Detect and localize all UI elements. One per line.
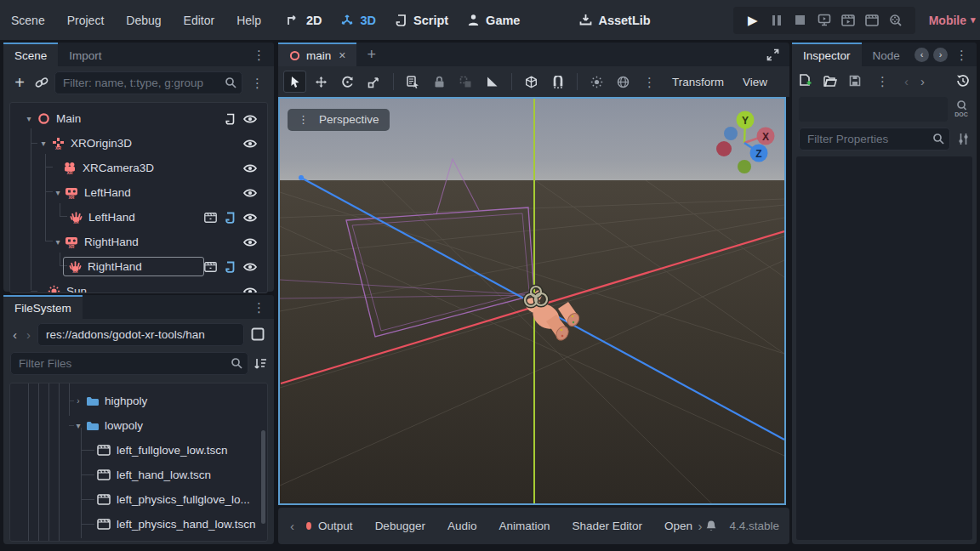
nav-forward-button[interactable]: › [24,327,33,342]
save-icon[interactable] [849,75,861,87]
nav-back-button[interactable]: ‹ [10,327,20,342]
tree-row-righthand-model[interactable]: XR RightHand [10,254,267,279]
expand-viewport-icon[interactable] [766,48,779,61]
tree-row-righthand-controller[interactable]: ▾ XR RightHand [10,230,267,254]
visibility-eye-icon[interactable] [243,237,257,247]
history-forward-icon[interactable]: › [920,74,925,88]
pause-button[interactable] [769,15,784,26]
panel-output[interactable]: Output [311,520,364,532]
visibility-eye-icon[interactable] [243,114,257,124]
tool-list-select-button[interactable] [402,71,424,93]
notifications-bell-icon[interactable] [705,520,717,532]
tree-row-sun[interactable]: Sun [10,279,267,293]
file-tree[interactable]: › highpoly ▾ lowpoly left_fullglove_low.… [9,383,268,542]
scene-tree[interactable]: ▾ Main ▾ [9,102,268,293]
visibility-eye-icon[interactable] [243,287,257,294]
tree-row-lefthand-controller[interactable]: ▾ XR LeftHand [10,180,267,205]
menu-debug[interactable]: Debug [115,14,172,27]
panels-scroll-left-icon[interactable]: ‹ [287,519,298,533]
3d-viewport[interactable]: Y X Z ⋮ Perspective [278,97,786,505]
lock-selected-button[interactable] [428,71,451,93]
tree-row-main[interactable]: ▾ Main [10,106,267,131]
property-tune-icon[interactable] [957,133,970,145]
filter-files-input[interactable] [10,352,248,375]
panel-animation[interactable]: Animation [487,520,561,532]
transform-menu[interactable]: Transform [663,76,733,88]
menu-scene[interactable]: Scene [0,14,56,27]
script-icon[interactable] [225,261,236,273]
stop-button[interactable] [793,15,808,25]
snap-toggle-button[interactable] [546,71,569,93]
local-space-button[interactable] [520,71,543,93]
scene-dock-menu-icon[interactable]: ⋮ [249,48,269,61]
context-game-button[interactable]: Game [458,14,529,27]
visibility-eye-icon[interactable] [243,213,257,223]
context-3d-button[interactable]: 3D [331,14,385,27]
menu-editor[interactable]: Editor [173,14,226,27]
panel-debugger[interactable]: Debugger [364,520,436,532]
doc-search-icon[interactable]: DOC [953,99,970,118]
panel-shader-editor[interactable]: Shader Editor [561,520,654,532]
tab-node[interactable]: Node [862,43,911,66]
inspector-dock-menu-icon[interactable]: ⋮ [952,48,971,61]
preview-environment-button[interactable] [612,71,635,93]
open-instance-clapper-icon[interactable] [204,213,217,223]
sort-files-icon[interactable] [254,357,267,370]
context-2d-button[interactable]: 2D [277,14,332,27]
play-button[interactable]: ▶ [745,13,761,28]
panel-audio[interactable]: Audio [436,520,488,532]
axis-neg-y[interactable] [738,160,751,173]
resource-name-field[interactable] [799,97,948,122]
version-label[interactable]: 4.4.stable [729,520,779,532]
rename-field[interactable]: XR RightHand [63,257,204,276]
new-resource-icon[interactable] [799,74,812,88]
file-row[interactable]: left_fullglove_low.tscn [10,438,267,463]
visibility-eye-icon[interactable] [243,188,257,198]
perspective-menu[interactable]: ⋮ Perspective [288,109,390,131]
renderer-dropdown[interactable]: Mobile ▾ [929,14,976,27]
tree-row-xrcamera3d[interactable]: XR XRCamera3D [10,156,267,180]
movie-maker-button[interactable] [888,14,903,27]
tab-scene[interactable]: Scene [3,43,58,66]
preview-options-icon[interactable]: ⋮ [638,71,661,93]
path-input[interactable] [37,323,244,346]
visibility-eye-icon[interactable] [243,163,257,173]
context-assetlib-button[interactable]: AssetLib [570,14,659,27]
resource-options-icon[interactable]: ⋮ [873,75,892,88]
filter-properties-input[interactable] [799,128,950,151]
close-icon[interactable]: × [339,48,345,62]
script-icon[interactable] [225,212,236,224]
axis-neg-x[interactable] [716,141,732,156]
tool-scale-button[interactable] [362,71,385,93]
dock-next-icon[interactable]: › [933,48,948,62]
panels-scroll-right-icon[interactable]: › [694,519,705,533]
play-scene-button[interactable] [840,14,856,26]
file-row[interactable]: left_physics_hand_low.tscn [10,512,267,537]
tool-select-button[interactable] [283,71,306,93]
tab-import[interactable]: Import [58,43,112,66]
tab-main-scene[interactable]: main × [278,43,356,66]
play-custom-scene-button[interactable] [864,14,880,26]
collapse-arrow-icon[interactable]: ▾ [38,139,48,148]
tab-filesystem[interactable]: FileSystem [3,295,83,319]
collapse-arrow-icon[interactable]: ▾ [53,188,63,197]
folder-row-lowpoly[interactable]: ▾ lowpoly [10,413,267,438]
history-icon[interactable] [956,74,970,88]
tool-move-button[interactable] [310,71,333,93]
collapse-arrow-icon[interactable]: › [73,396,83,406]
collapse-arrow-icon[interactable]: ▾ [24,114,34,123]
open-instance-clapper-icon[interactable] [204,262,217,272]
menu-project[interactable]: Project [56,14,116,27]
remote-debug-button[interactable] [817,14,832,26]
folder-row-highpoly[interactable]: › highpoly [10,389,267,413]
panel-openxr[interactable]: Open [653,520,694,532]
load-resource-folder-icon[interactable] [823,76,837,87]
tree-row-xrorigin3d[interactable]: ▾ XR XROrigin3D [10,131,267,156]
history-back-icon[interactable]: ‹ [904,74,909,88]
dock-prev-icon[interactable]: ‹ [914,48,929,62]
add-node-button[interactable]: + [10,73,29,93]
script-icon[interactable] [225,113,236,125]
scene-filter-input[interactable] [54,71,242,94]
toggle-split-mode-icon[interactable] [251,327,265,341]
scene-tree-options-icon[interactable]: ⋮ [248,77,267,89]
